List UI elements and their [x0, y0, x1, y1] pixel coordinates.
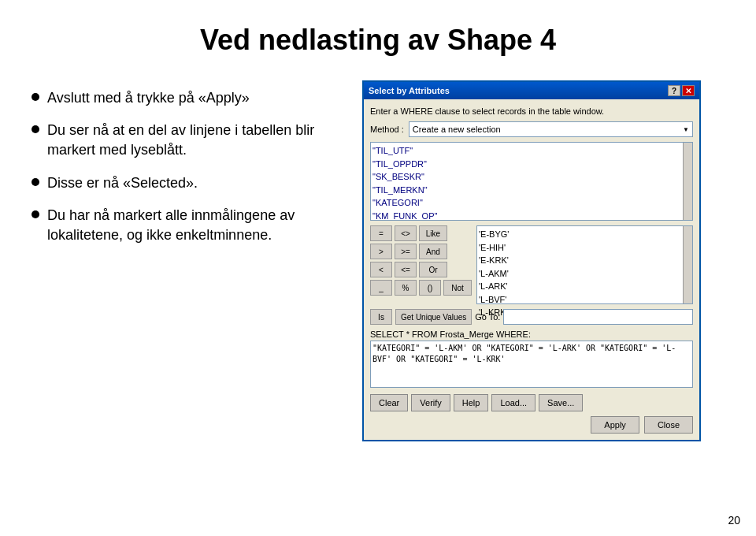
bottom-buttons-row: Clear Verify Help Load... Save... [370, 394, 693, 411]
slide-title: Ved nedlasting av Shape 4 [32, 24, 724, 57]
bullet-dot [32, 210, 39, 218]
bullet-dot [32, 178, 39, 186]
fields-list-container: "TIL_UTF""TIL_OPPDR""SK_BESKR""TIL_MERKN… [370, 142, 693, 221]
bullet-text: Disse er nå «Selected». [47, 173, 346, 193]
field-item[interactable]: "SK_BESKR" [372, 170, 681, 184]
method-row: Method : Create a new selection ▼ [370, 121, 693, 137]
list-item: Du ser nå at en del av linjene i tabelle… [32, 121, 346, 160]
apply-button[interactable]: Apply [591, 416, 639, 434]
field-item[interactable]: "TIL_MERKN" [372, 184, 681, 197]
method-select-value: Create a new selection [413, 125, 501, 134]
slide: Ved nedlasting av Shape 4 Avslutt med å … [0, 0, 756, 536]
field-item[interactable]: "TIL_UTF" [372, 144, 681, 158]
fields-scrollbar[interactable] [683, 143, 692, 220]
sql-label: SELECT * FROM Frosta_Merge WHERE: [370, 329, 693, 339]
get-unique-values-button[interactable]: Get Unique Values [395, 309, 472, 325]
is-button[interactable]: Is [370, 309, 392, 325]
dialog-body: Enter a WHERE clause to select records i… [364, 99, 699, 440]
bullet-text: Du ser nå at en del av linjene i tabelle… [47, 121, 346, 160]
value-item[interactable]: 'L-BVF' [479, 293, 681, 307]
dialog-title-text: Select by Attributes [369, 86, 450, 95]
ops-row-1: = <> Like [370, 225, 472, 241]
ops-values-row: = <> Like > >= And < <= [370, 225, 693, 304]
page-number: 20 [728, 514, 740, 527]
value-item[interactable]: 'E-KRK' [479, 254, 681, 267]
verify-button[interactable]: Verify [411, 394, 450, 411]
operators-panel: = <> Like > >= And < <= [370, 225, 472, 304]
value-item[interactable]: 'L-AKM' [479, 267, 681, 281]
and-button[interactable]: And [419, 244, 447, 259]
sql-textarea[interactable]: "KATEGORI" = 'L-AKM' OR "KATEGORI" = 'L-… [370, 341, 693, 388]
list-item: Disse er nå «Selected». [32, 173, 346, 193]
dialog-help-button[interactable]: ? [668, 85, 680, 96]
bullet-text: Du har nå markert alle innmålingene av l… [47, 206, 346, 245]
value-item[interactable]: 'E-HIH' [479, 241, 681, 255]
method-select[interactable]: Create a new selection ▼ [409, 121, 693, 137]
goto-label: Go To: [475, 312, 500, 322]
ops-row-3: < <= Or [370, 262, 472, 277]
ops-row-4: _ % () Not [370, 280, 472, 296]
list-item: Avslutt med å trykke på «Apply» [32, 88, 346, 108]
help-button[interactable]: Help [454, 394, 489, 411]
not-button[interactable]: Not [443, 280, 472, 296]
dialog-column: Select by Attributes ? ✕ Enter a WHERE c… [362, 80, 701, 441]
values-list[interactable]: 'E-BYG''E-HIH''E-KRK''L-AKM''L-ARK''L-BV… [477, 226, 683, 303]
percent-button[interactable]: % [395, 280, 417, 296]
field-item[interactable]: "KATEGORI" [372, 196, 681, 210]
parens-button[interactable]: () [419, 280, 441, 296]
bullet-text: Avslutt med å trykke på «Apply» [47, 88, 346, 108]
goto-input[interactable] [503, 309, 693, 325]
equals-button[interactable]: = [370, 225, 392, 241]
select-by-attributes-dialog: Select by Attributes ? ✕ Enter a WHERE c… [362, 80, 701, 441]
values-scrollbar[interactable] [683, 226, 692, 303]
value-item[interactable]: 'L-ARK' [479, 280, 681, 293]
dialog-close-button[interactable]: ✕ [682, 85, 695, 96]
apply-close-row: Apply Close [370, 416, 693, 434]
dialog-description: Enter a WHERE clause to select records i… [370, 106, 693, 117]
ops-row-2: > >= And [370, 244, 472, 259]
not-equals-button[interactable]: <> [395, 225, 417, 241]
fields-list[interactable]: "TIL_UTF""TIL_OPPDR""SK_BESKR""TIL_MERKN… [371, 143, 683, 220]
bullet-dot [32, 93, 39, 101]
values-list-container: 'E-BYG''E-HIH''E-KRK''L-AKM''L-ARK''L-BV… [476, 225, 693, 304]
bullet-dot [32, 125, 39, 133]
less-button[interactable]: < [370, 262, 392, 277]
content-area: Avslutt med å trykke på «Apply» Du ser n… [32, 80, 724, 441]
dialog-controls: ? ✕ [668, 85, 695, 96]
less-eq-button[interactable]: <= [395, 262, 417, 277]
text-column: Avslutt med å trykke på «Apply» Du ser n… [32, 80, 346, 258]
save-button[interactable]: Save... [539, 394, 583, 411]
field-item[interactable]: "KM_FUNK_OP" [372, 210, 681, 221]
close-dialog-button[interactable]: Close [644, 416, 693, 434]
underscore-button[interactable]: _ [370, 280, 392, 296]
load-button[interactable]: Load... [491, 394, 536, 411]
dialog-titlebar: Select by Attributes ? ✕ [364, 82, 699, 99]
chevron-down-icon: ▼ [683, 126, 689, 133]
greater-eq-button[interactable]: >= [395, 244, 417, 259]
unique-row: Is Get Unique Values Go To: [370, 309, 693, 325]
method-label: Method : [370, 125, 404, 134]
or-button[interactable]: Or [419, 262, 447, 277]
field-item[interactable]: "TIL_OPPDR" [372, 158, 681, 171]
bottom-btn-group: Clear Verify Help Load... Save... [370, 394, 583, 411]
greater-button[interactable]: > [370, 244, 392, 259]
like-button[interactable]: Like [419, 225, 447, 241]
clear-button[interactable]: Clear [370, 394, 408, 411]
value-item[interactable]: 'E-BYG' [479, 228, 681, 241]
list-item: Du har nå markert alle innmålingene av l… [32, 206, 346, 245]
